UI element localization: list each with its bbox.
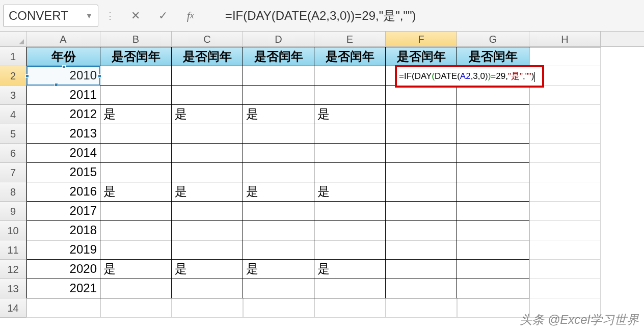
cell-F8[interactable] — [386, 182, 457, 202]
cell-A6[interactable]: 2014 — [26, 144, 100, 163]
cell-C7[interactable] — [172, 163, 243, 182]
row-header-8[interactable]: 8 — [0, 182, 26, 202]
cell-F4[interactable] — [386, 105, 457, 124]
cell-B3[interactable] — [100, 86, 172, 105]
cell-D7[interactable] — [243, 163, 314, 182]
cell-A12[interactable]: 2020 — [26, 260, 100, 279]
cell-D4[interactable]: 是 — [243, 105, 314, 124]
row-header-3[interactable]: 3 — [0, 86, 26, 105]
row-header-2[interactable]: 2 — [0, 66, 26, 86]
cell-E9[interactable] — [314, 202, 386, 221]
cell-A9[interactable]: 2017 — [26, 202, 100, 221]
cell-A1[interactable]: 年份 — [26, 47, 100, 66]
cell-H13[interactable] — [529, 279, 601, 298]
cell-D3[interactable] — [243, 86, 314, 105]
cell-A2[interactable]: 2010 — [26, 66, 100, 86]
cell-H3[interactable] — [529, 86, 601, 105]
cell-D10[interactable] — [243, 221, 314, 240]
row-header-12[interactable]: 12 — [0, 260, 26, 279]
row-header-6[interactable]: 6 — [0, 144, 26, 163]
cell-D14[interactable] — [243, 298, 314, 318]
cell-B11[interactable] — [100, 240, 172, 260]
cell-G6[interactable] — [457, 144, 529, 163]
row-header-9[interactable]: 9 — [0, 202, 26, 221]
col-header-F[interactable]: F — [386, 32, 457, 46]
cell-B6[interactable] — [100, 144, 172, 163]
formula-input[interactable]: =IF(DAY(DATE(A2,3,0))=29,"是","") — [217, 5, 641, 27]
cell-E8[interactable]: 是 — [314, 182, 386, 202]
cell-F2[interactable] — [386, 66, 457, 86]
cell-G4[interactable] — [457, 105, 529, 124]
cell-F14[interactable] — [386, 298, 457, 318]
row-header-4[interactable]: 4 — [0, 105, 26, 124]
cell-D6[interactable] — [243, 144, 314, 163]
cell-H2[interactable] — [529, 66, 601, 86]
row-header-7[interactable]: 7 — [0, 163, 26, 182]
cell-F11[interactable] — [386, 240, 457, 260]
cell-C11[interactable] — [172, 240, 243, 260]
cell-C8[interactable]: 是 — [172, 182, 243, 202]
cell-B1[interactable]: 是否闰年 — [100, 47, 172, 66]
cell-H10[interactable] — [529, 221, 601, 240]
accept-formula-button[interactable]: ✓ — [154, 7, 172, 24]
cell-H12[interactable] — [529, 260, 601, 279]
fx-icon[interactable]: fx — [182, 7, 199, 24]
cell-F12[interactable] — [386, 260, 457, 279]
cell-G11[interactable] — [457, 240, 529, 260]
row-header-13[interactable]: 13 — [0, 279, 26, 298]
cell-B7[interactable] — [100, 163, 172, 182]
row-header-1[interactable]: 1 — [0, 47, 26, 66]
cell-E4[interactable]: 是 — [314, 105, 386, 124]
cell-H5[interactable] — [529, 124, 601, 144]
col-header-G[interactable]: G — [457, 32, 529, 46]
cell-A13[interactable]: 2021 — [26, 279, 100, 298]
row-header-5[interactable]: 5 — [0, 124, 26, 144]
cell-C3[interactable] — [172, 86, 243, 105]
cell-E11[interactable] — [314, 240, 386, 260]
cell-E6[interactable] — [314, 144, 386, 163]
cell-E5[interactable] — [314, 124, 386, 144]
col-header-A[interactable]: A — [26, 32, 100, 46]
cell-A4[interactable]: 2012 — [26, 105, 100, 124]
col-header-H[interactable]: H — [529, 32, 601, 46]
cell-E1[interactable]: 是否闰年 — [314, 47, 386, 66]
cell-B5[interactable] — [100, 124, 172, 144]
cell-C9[interactable] — [172, 202, 243, 221]
cell-E3[interactable] — [314, 86, 386, 105]
cell-E10[interactable] — [314, 221, 386, 240]
cell-G12[interactable] — [457, 260, 529, 279]
cell-F7[interactable] — [386, 163, 457, 182]
cell-D12[interactable]: 是 — [243, 260, 314, 279]
col-header-D[interactable]: D — [243, 32, 314, 46]
cell-G8[interactable] — [457, 182, 529, 202]
row-header-10[interactable]: 10 — [0, 221, 26, 240]
cell-A5[interactable]: 2013 — [26, 124, 100, 144]
cell-E13[interactable] — [314, 279, 386, 298]
cell-G7[interactable] — [457, 163, 529, 182]
name-box[interactable]: ▼ — [3, 5, 98, 27]
cell-A3[interactable]: 2011 — [26, 86, 100, 105]
cell-B8[interactable]: 是 — [100, 182, 172, 202]
cell-F1[interactable]: 是否闰年 — [386, 47, 457, 66]
col-header-B[interactable]: B — [100, 32, 172, 46]
cell-H7[interactable] — [529, 163, 601, 182]
select-all-corner[interactable] — [0, 32, 26, 46]
cell-C4[interactable]: 是 — [172, 105, 243, 124]
cell-H9[interactable] — [529, 202, 601, 221]
cell-C13[interactable] — [172, 279, 243, 298]
cell-G9[interactable] — [457, 202, 529, 221]
cell-H6[interactable] — [529, 144, 601, 163]
cell-G10[interactable] — [457, 221, 529, 240]
cell-E14[interactable] — [314, 298, 386, 318]
cell-B13[interactable] — [100, 279, 172, 298]
cell-G5[interactable] — [457, 124, 529, 144]
cell-D5[interactable] — [243, 124, 314, 144]
cell-B2[interactable] — [100, 66, 172, 86]
chevron-down-icon[interactable]: ▼ — [86, 12, 93, 20]
cell-F6[interactable] — [386, 144, 457, 163]
cell-E12[interactable]: 是 — [314, 260, 386, 279]
cell-B12[interactable]: 是 — [100, 260, 172, 279]
cell-D13[interactable] — [243, 279, 314, 298]
cell-F3[interactable] — [386, 86, 457, 105]
cell-B10[interactable] — [100, 221, 172, 240]
